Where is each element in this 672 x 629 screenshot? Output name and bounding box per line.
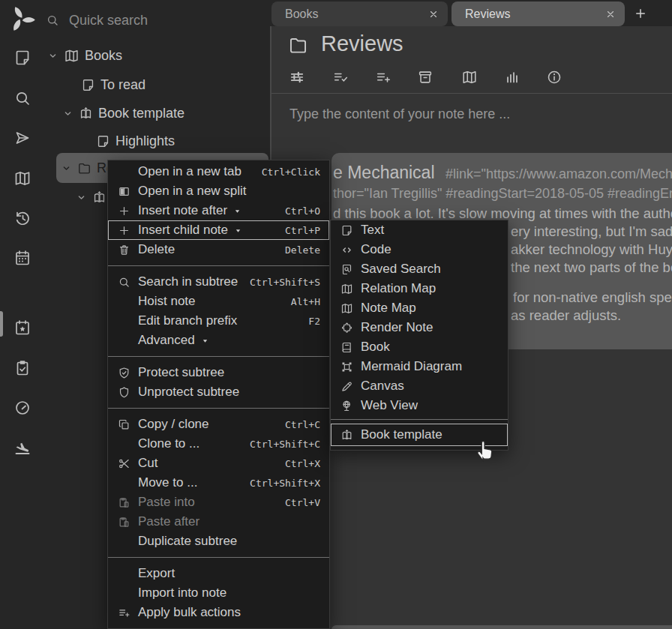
trash-icon <box>118 244 130 256</box>
quick-search-placeholder: Quick search <box>69 13 148 28</box>
book-open-icon <box>64 48 80 64</box>
pen-icon <box>340 380 353 393</box>
menu-item-duplicate-subtree[interactable]: Duplicate subtree <box>108 532 329 551</box>
submenu-item-note-map[interactable]: Note Map <box>331 298 508 318</box>
menu-item-import-into-note[interactable]: Import into note <box>108 583 329 603</box>
menu-separator <box>108 265 329 266</box>
shape-icon <box>340 361 353 373</box>
folder-icon <box>77 161 92 175</box>
menu-item-open-in-new-tab[interactable]: Open in a new tab Ctrl+Click <box>108 162 329 181</box>
menu-item-hoist-note[interactable]: Hoist note Alt+H <box>108 292 329 311</box>
calendar-icon[interactable] <box>14 249 32 267</box>
tree-item-label: Book template <box>98 106 184 121</box>
menu-item-protect-subtree[interactable]: Protect subtree <box>108 363 329 382</box>
info-icon[interactable] <box>546 69 562 85</box>
search-launcher-icon[interactable] <box>14 89 32 107</box>
tree-context-menu: Open in a new tab Ctrl+Click Open in a n… <box>107 160 330 629</box>
menu-item-insert-note-after[interactable]: Insert note after Ctrl+O <box>108 201 329 220</box>
submenu-item-relation-map[interactable]: Relation Map <box>331 279 508 298</box>
submenu-item-canvas[interactable]: Canvas <box>331 376 508 396</box>
gauge-icon[interactable] <box>14 399 32 417</box>
menu-item-clone-to[interactable]: Clone to ... Ctrl+Shift+C <box>108 434 329 454</box>
jump-to-note-icon[interactable] <box>14 129 32 147</box>
menu-item-copy-clone[interactable]: Copy / clone Ctrl+C <box>108 415 329 434</box>
list-plus-icon <box>118 607 130 619</box>
bar-chart-icon[interactable] <box>504 69 520 85</box>
book-card-body-line: ery interesting, but I'm sad t <box>511 223 672 240</box>
archive-icon[interactable] <box>417 69 434 85</box>
new-tab-icon[interactable] <box>634 7 647 20</box>
tab-reviews[interactable]: Reviews <box>452 1 625 26</box>
book-card-attr: #link="https://www.amazon.com/Mechani <box>446 166 672 181</box>
menu-separator <box>331 419 508 420</box>
close-icon[interactable] <box>428 9 439 19</box>
menu-item-advanced[interactable]: Advanced <box>108 331 329 350</box>
book-card-title[interactable]: e Mechanical <box>333 163 435 182</box>
note-map-launcher-icon[interactable] <box>14 169 32 187</box>
book-template-icon <box>79 106 93 121</box>
note-title[interactable]: Reviews <box>321 31 404 56</box>
menu-item-unprotect-subtree[interactable]: Unprotect subtree <box>108 382 329 402</box>
menu-item-open-in-new-split[interactable]: Open in a new split <box>108 181 329 201</box>
search-icon <box>118 276 130 289</box>
caret-down-icon <box>232 206 242 216</box>
submenu-item-render-note[interactable]: Render Note <box>331 318 508 337</box>
list-plus-icon[interactable] <box>375 69 392 85</box>
book-card-body-line: the next two parts of the bo <box>511 259 672 276</box>
pane-resize-handle[interactable] <box>0 311 3 337</box>
menu-item-move-to[interactable]: Move to ... Ctrl+Shift+X <box>108 473 329 493</box>
tree-item-book-template[interactable]: Book template <box>62 103 184 123</box>
list-check-icon[interactable] <box>332 69 349 85</box>
tab-label: Reviews <box>465 7 605 21</box>
tree-item-highlights[interactable]: Highlights <box>96 131 175 151</box>
clipboard-check-icon[interactable] <box>14 359 32 377</box>
chevron-down-icon[interactable] <box>47 50 58 61</box>
tree-item-label: To read <box>100 77 146 93</box>
tree-item-books[interactable]: Books <box>47 46 122 65</box>
submenu-item-book[interactable]: Book <box>331 337 508 357</box>
close-icon[interactable] <box>605 9 616 19</box>
shield-icon <box>118 386 130 399</box>
tree-item-child[interactable] <box>76 187 106 207</box>
menu-item-edit-branch-prefix[interactable]: Edit branch prefix F2 <box>108 311 329 331</box>
scissors-icon <box>118 457 130 470</box>
book-template-icon <box>340 429 353 442</box>
menu-separator <box>108 557 329 558</box>
map-icon[interactable] <box>461 69 478 85</box>
submenu-item-book-template[interactable]: Book template <box>331 424 508 446</box>
chevron-down-icon[interactable] <box>62 108 74 119</box>
note-icon <box>81 78 95 92</box>
shield-check-icon <box>118 367 130 379</box>
submenu-item-code[interactable]: Code <box>331 240 508 259</box>
sliders-icon[interactable] <box>289 69 305 85</box>
split-icon <box>118 185 130 198</box>
menu-item-search-in-subtree[interactable]: Search in subtree Ctrl+Shift+S <box>108 272 329 292</box>
submenu-item-saved-search[interactable]: Saved Search <box>331 259 508 279</box>
menu-item-export[interactable]: Export <box>108 564 329 583</box>
new-note-icon[interactable] <box>14 49 32 67</box>
extension-icon <box>340 322 353 334</box>
tab-books[interactable]: Books <box>272 1 448 26</box>
menu-item-paste-into[interactable]: Paste into Ctrl+V <box>108 493 329 512</box>
menu-item-paste-after[interactable]: Paste after <box>108 512 329 532</box>
submenu-item-mermaid-diagram[interactable]: Mermaid Diagram <box>331 357 508 376</box>
editor-placeholder[interactable]: Type the content of your note here ... <box>290 106 510 122</box>
menu-separator <box>108 408 329 409</box>
calendar-star-icon[interactable] <box>14 319 32 337</box>
menu-item-delete[interactable]: Delete Delete <box>108 240 329 259</box>
app-window: Quick search Books To read Book template… <box>0 0 672 629</box>
book-card-body-line: for non-native english spea <box>513 289 672 306</box>
submenu-item-text[interactable]: Text <box>331 220 508 240</box>
chevron-down-icon[interactable] <box>76 192 87 203</box>
menu-item-cut[interactable]: Cut Ctrl+X <box>108 454 329 473</box>
plane-landing-icon[interactable] <box>14 439 32 457</box>
book-card-title-line: e Mechanical #link="https://www.amazon.c… <box>333 163 672 183</box>
menu-item-insert-child-note[interactable]: Insert child note Ctrl+P <box>108 220 329 240</box>
chevron-down-icon[interactable] <box>61 163 72 174</box>
book-template-icon <box>92 190 106 205</box>
menu-item-apply-bulk-actions[interactable]: Apply bulk actions <box>108 603 329 622</box>
recent-changes-icon[interactable] <box>14 209 32 227</box>
submenu-item-web-view[interactable]: Web View <box>331 396 508 415</box>
tree-item-to-read[interactable]: To read <box>81 75 146 94</box>
trilium-logo-icon <box>8 4 35 32</box>
